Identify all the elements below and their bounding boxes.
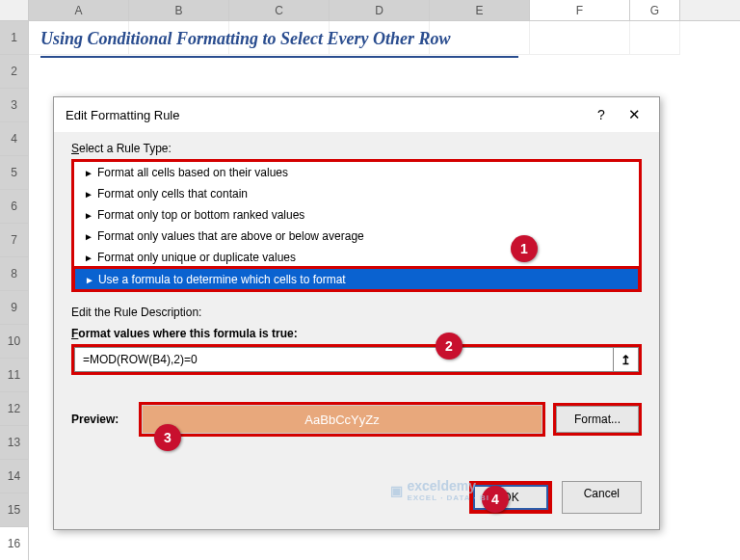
pen-icon: ►	[84, 189, 93, 200]
callout-3: 3	[154, 424, 181, 451]
rule-type-item-selected[interactable]: ►Use a formula to determine which cells …	[72, 266, 641, 292]
close-icon[interactable]: ✕	[621, 106, 648, 123]
row-header[interactable]: 12	[0, 392, 29, 426]
rule-type-item[interactable]: ►Format only values that are above or be…	[74, 226, 639, 247]
rule-type-item[interactable]: ►Format only unique or duplicate values	[74, 247, 639, 268]
sheet-title: Using Conditional Formatting to Select E…	[40, 29, 451, 49]
row-header[interactable]: 15	[0, 493, 29, 527]
title-underline	[40, 56, 518, 58]
row-header[interactable]: 9	[0, 291, 29, 325]
formula-label: Format values where this formula is true…	[71, 327, 642, 340]
dialog-title: Edit Formatting Rule	[66, 108, 592, 122]
dialog-titlebar: Edit Formatting Rule ? ✕	[54, 97, 659, 132]
watermark-icon: ▣	[390, 483, 403, 498]
row-header[interactable]: 16	[0, 527, 29, 560]
rule-type-label: Select a Rule Type:	[71, 142, 642, 155]
col-header-d[interactable]: D	[330, 0, 430, 20]
rule-type-item[interactable]: ►Format all cells based on their values	[74, 162, 639, 183]
callout-1: 1	[511, 235, 538, 262]
format-button-wrapper: Format...	[553, 403, 642, 436]
pen-icon: ►	[84, 168, 93, 178]
row-header[interactable]: 3	[0, 89, 29, 122]
rule-type-item[interactable]: ►Format only top or bottom ranked values	[74, 204, 639, 226]
row-header[interactable]: 8	[0, 257, 29, 291]
cancel-button[interactable]: Cancel	[562, 481, 642, 514]
format-button[interactable]: Format...	[556, 406, 639, 433]
row-header[interactable]: 4	[0, 122, 29, 156]
rule-type-list[interactable]: ►Format all cells based on their values …	[71, 159, 642, 292]
row-header[interactable]: 6	[0, 190, 29, 224]
formula-input[interactable]	[74, 347, 614, 372]
rule-type-item[interactable]: ►Format only cells that contain	[74, 183, 639, 204]
row-header[interactable]: 14	[0, 460, 29, 493]
row-header[interactable]: 10	[0, 325, 29, 359]
row-header[interactable]: 5	[0, 156, 29, 190]
col-header-b[interactable]: B	[129, 0, 229, 20]
edit-formatting-rule-dialog: Edit Formatting Rule ? ✕ Select a Rule T…	[53, 96, 660, 530]
col-header-e[interactable]: E	[430, 0, 530, 20]
column-headers: A B C D E F G	[0, 0, 740, 21]
row-header[interactable]: 2	[0, 55, 29, 89]
watermark: ▣ exceldemy EXCEL · DATA · BI	[390, 478, 489, 502]
pen-icon: ►	[85, 275, 94, 285]
col-header-f[interactable]: F	[530, 0, 630, 20]
range-picker-icon[interactable]: ↥	[614, 347, 639, 372]
row-header[interactable]: 11	[0, 359, 29, 392]
row-header[interactable]: 7	[0, 224, 29, 257]
callout-2: 2	[436, 333, 462, 360]
col-header-a[interactable]: A	[29, 0, 129, 20]
pen-icon: ►	[84, 253, 93, 263]
pen-icon: ►	[84, 231, 93, 242]
help-icon[interactable]: ?	[592, 107, 611, 122]
col-header-g[interactable]: G	[630, 0, 680, 20]
col-header-c[interactable]: C	[229, 0, 330, 20]
rule-description-label: Edit the Rule Description:	[71, 306, 642, 319]
pen-icon: ►	[84, 210, 93, 221]
row-header[interactable]: 1	[0, 21, 29, 55]
preview-text: AaBbCcYyZz	[142, 405, 542, 434]
preview-label: Preview:	[71, 413, 131, 426]
preview-box: AaBbCcYyZz	[139, 402, 545, 437]
row-header[interactable]: 13	[0, 426, 29, 460]
